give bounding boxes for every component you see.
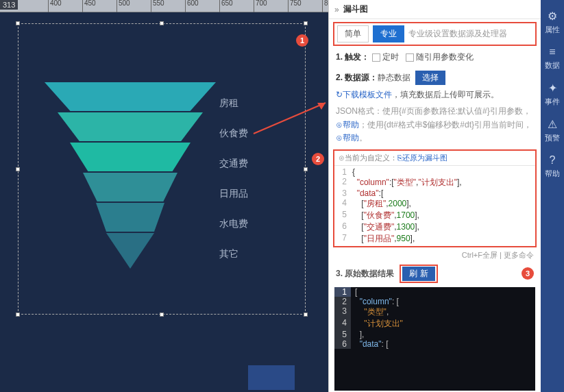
- sidebar-item-events[interactable]: ✦事件: [541, 76, 564, 112]
- resize-handle[interactable]: [304, 313, 308, 317]
- resize-handle[interactable]: [160, 313, 164, 317]
- badge-2: 2: [312, 153, 324, 165]
- section-result: 3. 原始数据结果 刷 新 3: [329, 262, 541, 286]
- alert-icon: ⚠: [548, 118, 557, 131]
- help-link-2[interactable]: ⊙帮助: [336, 133, 359, 143]
- badge-3: 3: [522, 267, 534, 280]
- resize-handle[interactable]: [304, 21, 308, 25]
- resize-handle[interactable]: [16, 313, 20, 317]
- properties-icon: ⚙: [548, 10, 557, 23]
- info-icon: ⊙: [339, 154, 345, 162]
- resize-handle[interactable]: [16, 167, 20, 171]
- funnel-labels: 房租 伙食费 交通费 日用品 水电费 其它: [219, 88, 248, 269]
- section-trigger: 1. 触发： 定时 随引用参数变化: [329, 47, 541, 67]
- ruler-position: 313: [0, 0, 18, 10]
- sidebar-item-alerts[interactable]: ⚠预警: [541, 112, 564, 149]
- floating-block[interactable]: [248, 365, 295, 390]
- collapse-icon[interactable]: »: [334, 5, 339, 14]
- tab-simple[interactable]: 简单: [337, 25, 369, 42]
- resize-handle[interactable]: [304, 167, 308, 171]
- sidebar-item-help[interactable]: ?帮助: [541, 149, 564, 184]
- checkbox-param[interactable]: [406, 53, 414, 62]
- section-datasource: 2. 数据源：静态数据 选择: [329, 67, 541, 88]
- download-template-link[interactable]: ↻下载模板文件: [336, 90, 392, 99]
- right-sidebar: ⚙属性 ≡数据 ✦事件 ⚠预警 ?帮助: [541, 0, 564, 392]
- json-hint: JSON格式：使用{#页面参数路径:默认值#}引用参数，⊙帮助；使用{dt#格式…: [329, 105, 541, 148]
- code-editor-highlight: ⊙当前为自定义：⎘还原为漏斗图 1{ 2 "column":["类型","计划支…: [333, 149, 537, 247]
- ruler-horizontal: 400 450 500 550 600 650 700 750 800: [0, 0, 328, 12]
- result-viewer[interactable]: 1[ 2 "column": [ 3 "类型", 4 "计划支出" 5 ], 6…: [334, 287, 535, 391]
- badge-1: 1: [296, 34, 308, 47]
- design-canvas[interactable]: 400 450 500 550 600 650 700 750 800 313 …: [0, 0, 328, 392]
- resize-handle[interactable]: [16, 21, 20, 25]
- sidebar-item-properties[interactable]: ⚙属性: [541, 4, 564, 40]
- annotation-arrow-icon: [250, 96, 332, 137]
- help-link-1[interactable]: ⊙帮助: [336, 120, 359, 130]
- resize-handle[interactable]: [160, 21, 164, 25]
- template-row: ↻下载模板文件，填充数据后上传即可展示。: [329, 88, 541, 105]
- help-icon: ?: [550, 154, 556, 167]
- mode-tabs-highlight: 简单 专业 专业级设置数据源及处理器: [333, 22, 537, 46]
- panel-header: » 漏斗图: [329, 0, 541, 19]
- properties-panel: » 漏斗图 简单 专业 专业级设置数据源及处理器 1. 触发： 定时 随引用参数…: [328, 0, 541, 392]
- checkbox-timer[interactable]: [372, 53, 380, 62]
- restore-link[interactable]: ⎘还原为漏斗图: [397, 154, 447, 162]
- funnel-chart[interactable]: [41, 82, 219, 270]
- tab-pro[interactable]: 专业: [373, 25, 404, 42]
- refresh-button[interactable]: 刷 新: [402, 267, 434, 281]
- panel-title: 漏斗图: [343, 3, 368, 15]
- json-editor[interactable]: 1{ 2 "column":["类型","计划支出"], 3 "data":[ …: [334, 166, 535, 246]
- code-editor-head: ⊙当前为自定义：⎘还原为漏斗图: [334, 151, 535, 166]
- editor-meta[interactable]: Ctrl+F全屏 | 更多命令: [329, 249, 541, 262]
- select-button[interactable]: 选择: [415, 71, 445, 85]
- svg-line-0: [254, 103, 326, 134]
- sidebar-item-data[interactable]: ≡数据: [541, 40, 564, 76]
- events-icon: ✦: [548, 82, 557, 95]
- tabs-hint: 专业级设置数据源及处理器: [408, 28, 507, 40]
- refresh-highlight: 刷 新: [400, 265, 437, 283]
- data-icon: ≡: [549, 46, 555, 58]
